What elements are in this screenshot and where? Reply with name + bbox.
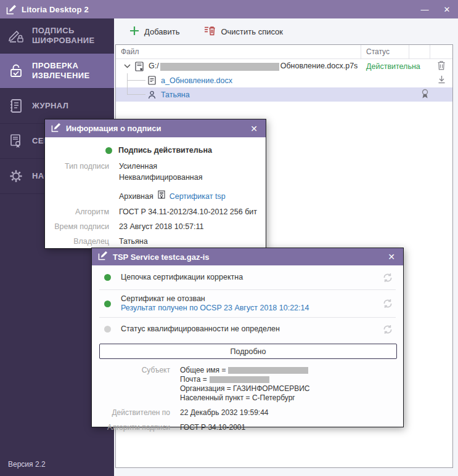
tree-connector (127, 94, 145, 95)
sign-algorithm-row: Алгоритм подписи ГОСТ Р 34.10-2001 (92, 423, 403, 432)
signer-link[interactable]: Татьяна (161, 91, 190, 99)
tree-connector (127, 73, 128, 95)
gear-icon (8, 168, 24, 184)
signature-type-row: Тип подписи Усиленная Неквалифицированна… (45, 161, 266, 203)
dialog-pen-icon (51, 123, 61, 135)
field-value: ГОСТ Р 34.11-2012/34.10-2012 256 бит (119, 206, 257, 217)
clear-list-icon (204, 25, 216, 38)
close-icon[interactable]: ✕ (386, 252, 397, 262)
signed-file-icon (135, 62, 144, 71)
file-path: G:/Обновление.docx.p7s (149, 62, 358, 70)
column-header-file[interactable]: Файл (116, 45, 361, 58)
field-value: 23 Август 2018 10:57:11 (119, 221, 203, 232)
sidebar-item-label: ЖУРНАЛ (32, 101, 68, 111)
close-icon[interactable]: ✕ (248, 124, 260, 134)
ocsp-result-link[interactable]: Результат получен по OCSP 23 Август 2018… (121, 304, 309, 313)
owner-link[interactable]: Татьяна (119, 236, 148, 247)
clear-list-button-label: Очистить список (221, 27, 283, 36)
add-button[interactable]: Добавить (129, 26, 179, 38)
sidebar-item-sign-encrypt[interactable]: ПОДПИСЬШИФРОВАНИЕ (0, 18, 114, 54)
sidebar-item-verify-extract[interactable]: ПРОВЕРКАИЗВЛЕЧЕНИЕ (0, 54, 114, 89)
file-cell: Татьяна (116, 87, 361, 102)
check-revocation-row: Сертификат не отозван Результат получен … (99, 290, 396, 318)
sidebar-item-label: ПОДПИСЬШИФРОВАНИЕ (32, 26, 95, 46)
lock-check-icon (8, 63, 24, 79)
tsp-dialog-titlebar: TSP Service testca.gaz-is ✕ (92, 248, 403, 265)
chevron-down-icon[interactable] (124, 64, 131, 68)
algorithm-row: Алгоритм ГОСТ Р 34.11-2012/34.10-2012 25… (45, 206, 266, 217)
dialog-title: Информация о подписи (66, 124, 161, 133)
field-label: Тип подписи (45, 161, 109, 203)
toolbar: Добавить Очистить список (114, 18, 458, 44)
status-ok-dot (105, 147, 112, 154)
field-label: Субъект (92, 366, 170, 403)
add-button-label: Добавить (144, 27, 179, 36)
column-header-badge[interactable] (409, 45, 430, 58)
certificate-icon (8, 133, 24, 149)
tree-connector (127, 80, 145, 81)
ribbon-icon[interactable] (421, 89, 429, 101)
file-list-header: Файл Статус (116, 45, 452, 59)
field-value: Усиленная Неквалифицированная Архивная С… (119, 161, 226, 203)
status-cell: Действительна (361, 62, 409, 71)
certificate-details: Субъект Общее имя = Почта = Организация … (92, 366, 403, 432)
window-title: Litoria Desktop 2 (22, 5, 89, 14)
minimize-button[interactable]: — (414, 0, 436, 18)
check-text: Статус квалифицированности не определен (121, 325, 280, 334)
details-button[interactable]: Подробно (99, 344, 397, 359)
table-row-signer[interactable]: Татьяна (116, 87, 452, 102)
table-row-document[interactable]: a_Обновление.docx (116, 73, 452, 87)
column-header-actions[interactable] (430, 45, 452, 58)
status-ok-dot (104, 274, 111, 281)
close-button[interactable]: ✕ (436, 0, 458, 18)
field-value: 22 Декабрь 2032 19:59:44 (180, 408, 269, 418)
badge-cell (409, 89, 430, 101)
tsp-certificate-icon (158, 190, 165, 203)
pen-lock-icon (8, 28, 24, 44)
redacted-email (210, 376, 269, 383)
field-label: Действителен по (92, 408, 170, 418)
valid-until-row: Действителен по 22 Декабрь 2032 19:59:44 (92, 408, 403, 418)
field-label: Алгоритм подписи (92, 423, 170, 432)
document-icon (148, 76, 156, 85)
download-icon[interactable] (438, 75, 446, 86)
check-text: Цепочка сертификации корректна (121, 273, 243, 282)
tsp-certificate-link[interactable]: Сертификат tsp (170, 191, 226, 202)
field-value: ГОСТ Р 34.10-2001 (180, 423, 245, 432)
field-label: Алгоритм (45, 206, 109, 217)
tsp-service-dialog: TSP Service testca.gaz-is ✕ Цепочка серт… (91, 248, 404, 427)
journal-icon (8, 98, 24, 114)
signature-status-text: Подпись действительна (118, 146, 212, 155)
status-unknown-dot (104, 326, 111, 333)
clear-list-button[interactable]: Очистить список (204, 25, 283, 38)
file-list-body: G:/Обновление.docx.p7s Действительна a_О… (116, 59, 452, 102)
document-link[interactable]: a_Обновление.docx (161, 76, 232, 85)
delete-row-icon[interactable] (437, 60, 446, 72)
check-qualified-row: Статус квалифицированности не определен (99, 318, 396, 341)
app-version: Версия 2.2 (8, 460, 46, 469)
window-titlebar: Litoria Desktop 2 — ✕ (0, 0, 458, 18)
dialog-title: TSP Service testca.gaz-is (113, 252, 210, 262)
sign-time-row: Время подписи 23 Август 2018 10:57:11 (45, 221, 266, 232)
certificate-checks: Цепочка сертификации корректна Сертифика… (92, 265, 403, 341)
redacted-path-segment (160, 63, 279, 71)
redacted-common-name (228, 367, 308, 374)
actions-cell (430, 60, 452, 72)
file-cell: a_Обновление.docx (116, 73, 361, 87)
sidebar-item-label: ПРОВЕРКАИЗВЛЕЧЕНИЕ (32, 61, 90, 81)
status-ok-dot (104, 301, 111, 307)
signature-dialog-titlebar: Информация о подписи ✕ (45, 119, 266, 137)
column-header-status[interactable]: Статус (361, 45, 409, 58)
field-value: Общее имя = Почта = Организация = ГАЗИНФ… (180, 366, 309, 403)
subject-row: Субъект Общее имя = Почта = Организация … (92, 366, 403, 403)
app-pen-icon (6, 4, 17, 15)
refresh-icon[interactable] (382, 272, 393, 283)
field-label: Время подписи (45, 221, 109, 232)
check-text: Сертификат не отозван Результат получен … (121, 294, 309, 313)
signature-info-dialog: Информация о подписи ✕ Подпись действите… (44, 119, 266, 249)
dialog-pen-icon (98, 251, 108, 263)
table-row-signature-file[interactable]: G:/Обновление.docx.p7s Действительна (116, 59, 452, 73)
refresh-icon[interactable] (382, 298, 393, 309)
refresh-icon[interactable] (382, 324, 393, 335)
file-cell: G:/Обновление.docx.p7s (116, 59, 361, 73)
